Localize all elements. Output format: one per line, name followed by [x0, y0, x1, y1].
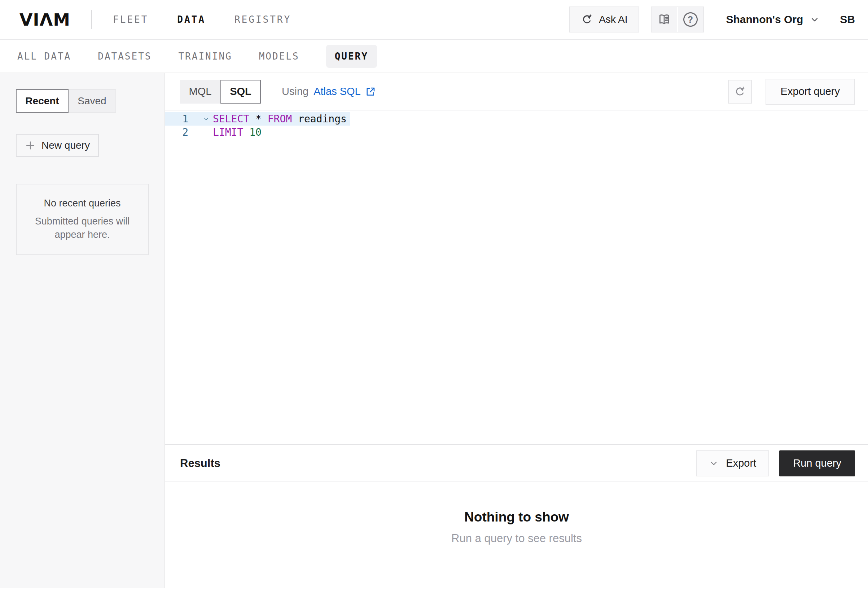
editor-toolbar-right: Export query — [728, 79, 855, 105]
tab-query[interactable]: QUERY — [326, 45, 377, 68]
top-nav: FLEET DATA REGISTRY — [113, 14, 291, 25]
tab-training[interactable]: TRAINING — [178, 51, 232, 62]
run-query-button[interactable]: Run query — [779, 450, 855, 477]
ask-ai-button[interactable]: Ask AI — [569, 6, 639, 33]
empty-state-title: No recent queries — [44, 198, 121, 209]
chevron-down-icon — [810, 15, 820, 25]
atlas-sql-link-label: Atlas SQL — [313, 86, 361, 98]
org-switcher[interactable]: Shannon's Org — [726, 13, 820, 26]
code-line-2[interactable]: 2 LIMIT 10 — [165, 126, 265, 139]
new-query-button[interactable]: New query — [16, 134, 99, 157]
export-query-button[interactable]: Export query — [766, 79, 855, 105]
ask-ai-label: Ask AI — [599, 14, 627, 25]
line-number-2: 2 — [165, 126, 188, 138]
viam-logo[interactable]: VIΛM — [19, 10, 70, 30]
query-main: MQL SQL Using Atlas SQL — [165, 73, 868, 588]
chevron-down-icon — [709, 458, 719, 468]
results-empty-state: Nothing to show Run a query to see resul… — [165, 482, 868, 588]
tab-datasets[interactable]: DATASETS — [98, 51, 152, 62]
fold-chevron-icon[interactable] — [201, 115, 211, 122]
nav-registry[interactable]: REGISTRY — [235, 14, 291, 25]
results-actions: Export Run query — [696, 450, 855, 477]
tab-models[interactable]: MODELS — [259, 51, 300, 62]
help-icon-group: ? — [651, 6, 704, 33]
export-results-button[interactable]: Export — [696, 450, 769, 477]
mode-tab-mql[interactable]: MQL — [180, 80, 220, 104]
using-atlas-sql: Using Atlas SQL — [282, 86, 376, 98]
query-mode-tabs: MQL SQL — [180, 80, 261, 104]
user-avatar[interactable]: SB — [840, 13, 855, 26]
editor-toolbar: MQL SQL Using Atlas SQL — [165, 73, 868, 110]
code-line-1-text: SELECT * FROM readings — [213, 113, 350, 125]
recent-queries-empty-state: No recent queries Submitted queries will… — [16, 184, 149, 255]
export-results-label: Export — [726, 457, 756, 469]
external-link-icon — [365, 86, 376, 97]
plus-icon — [25, 140, 36, 151]
atlas-sql-link[interactable]: Atlas SQL — [313, 86, 376, 98]
code-line-1[interactable]: 1 SELECT * FROM readings — [165, 112, 350, 126]
new-query-label: New query — [41, 140, 90, 151]
documentation-book-icon[interactable] — [651, 7, 677, 32]
tab-saved[interactable]: Saved — [69, 89, 116, 113]
results-title: Results — [180, 457, 220, 470]
nav-data[interactable]: DATA — [177, 14, 206, 25]
nothing-to-show-title: Nothing to show — [464, 510, 569, 525]
mode-tab-sql[interactable]: SQL — [220, 80, 261, 104]
using-label: Using — [282, 86, 309, 98]
empty-state-subtitle: Submitted queries will appear here. — [27, 215, 138, 241]
results-bar: Results Export Run query — [165, 444, 868, 482]
line-number-1: 1 — [165, 113, 188, 125]
content: Recent Saved New query No recent queries… — [0, 73, 868, 588]
sql-code-editor[interactable]: 1 SELECT * FROM readings 2 LIMIT 10 — [165, 110, 868, 444]
nothing-to-show-subtitle: Run a query to see results — [451, 532, 582, 545]
nav-fleet[interactable]: FLEET — [113, 14, 148, 25]
ai-generate-icon-button[interactable] — [728, 80, 752, 104]
code-line-2-text: LIMIT 10 — [213, 126, 265, 138]
org-name: Shannon's Org — [726, 13, 803, 26]
header-divider — [91, 10, 92, 29]
header-right: Ask AI ? Shannon's Org SB — [569, 6, 855, 33]
help-question-icon[interactable]: ? — [678, 7, 703, 32]
tab-recent[interactable]: Recent — [16, 89, 69, 113]
sidebar-tabs: Recent Saved — [16, 89, 149, 113]
top-header: VIΛM FLEET DATA REGISTRY Ask AI — [0, 0, 868, 40]
tab-all-data[interactable]: ALL DATA — [17, 51, 71, 62]
data-subnav: ALL DATA DATASETS TRAINING MODELS QUERY — [0, 40, 868, 73]
query-sidebar: Recent Saved New query No recent queries… — [0, 73, 165, 588]
ai-sparkle-refresh-icon — [581, 13, 593, 26]
